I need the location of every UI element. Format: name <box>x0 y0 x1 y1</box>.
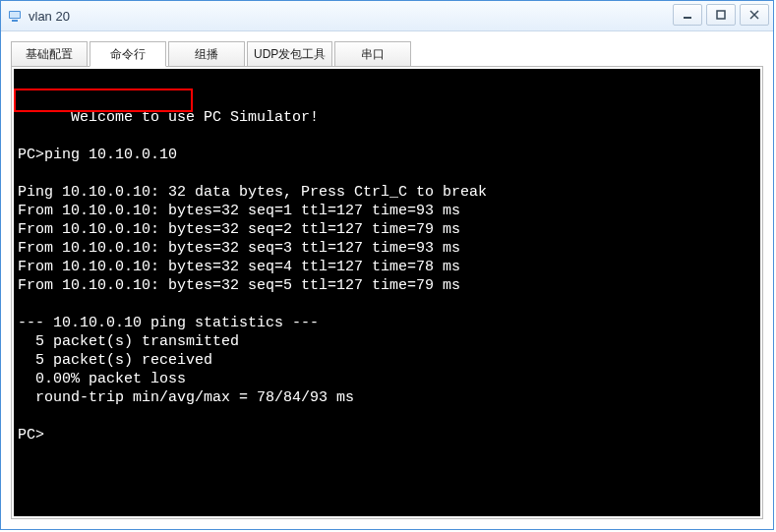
command-highlight-box <box>14 89 193 112</box>
app-window: vlan 20 基础配置 命令行 组播 UDP发包工具 <box>0 0 774 530</box>
tab-udp-tool[interactable]: UDP发包工具 <box>247 41 332 67</box>
window-controls <box>673 4 769 26</box>
titlebar[interactable]: vlan 20 <box>1 1 773 31</box>
window-title: vlan 20 <box>29 9 70 24</box>
terminal[interactable]: Welcome to use PC Simulator! PC>ping 10.… <box>14 69 760 516</box>
terminal-container: Welcome to use PC Simulator! PC>ping 10.… <box>11 67 763 519</box>
content-area: 基础配置 命令行 组播 UDP发包工具 串口 Welcome to use PC… <box>1 31 773 529</box>
app-icon <box>7 8 23 24</box>
svg-rect-2 <box>12 20 18 22</box>
tab-label: 命令行 <box>110 46 146 63</box>
tab-basic-config[interactable]: 基础配置 <box>11 41 88 67</box>
tab-label: 串口 <box>361 46 385 63</box>
tab-multicast[interactable]: 组播 <box>168 41 245 67</box>
tab-cli[interactable]: 命令行 <box>90 41 166 67</box>
close-button[interactable] <box>740 4 769 26</box>
svg-rect-1 <box>10 12 20 18</box>
tab-label: 组播 <box>195 46 218 63</box>
svg-rect-4 <box>717 11 725 19</box>
tab-label: UDP发包工具 <box>254 46 326 63</box>
minimize-button[interactable] <box>673 4 702 26</box>
maximize-button[interactable] <box>706 4 736 26</box>
tab-label: 基础配置 <box>26 46 73 63</box>
tab-serial[interactable]: 串口 <box>334 41 411 67</box>
tab-strip: 基础配置 命令行 组播 UDP发包工具 串口 <box>11 41 763 67</box>
